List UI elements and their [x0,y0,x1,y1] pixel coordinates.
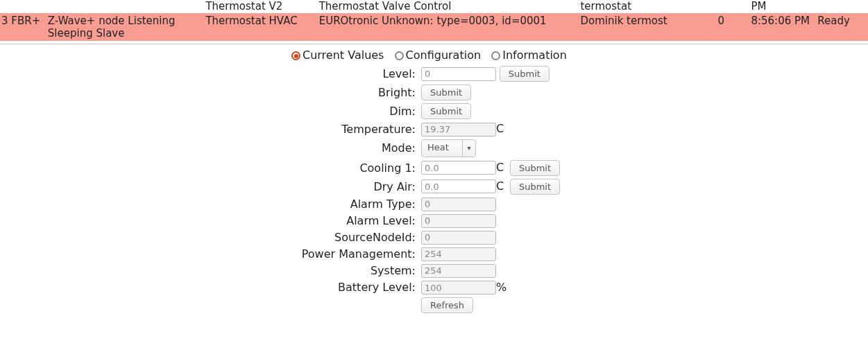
temperature-value [421,123,496,137]
system-label: System: [0,263,418,279]
source-node-label: SourceNodeId: [0,229,418,246]
bright-label: Bright: [0,83,418,102]
alarm-level-label: Alarm Level: [0,213,418,229]
alarm-type-value [421,197,496,211]
cell-name: termostat [579,0,716,13]
refresh-button[interactable]: Refresh [421,297,473,313]
level-input[interactable] [421,67,496,81]
power-mgmt-value [421,247,496,261]
alarm-level-value [421,214,496,228]
power-mgmt-label: Power Management: [0,246,418,263]
cell-type: Z-Wave+ node Listening Sleeping Slave [46,13,205,41]
cell-name: Dominik termost [579,13,716,41]
radio-icon [491,51,500,60]
cell-time: PM [749,0,816,13]
bright-submit-button[interactable]: Submit [421,85,471,100]
cell-category: Thermostat HVAC [204,13,317,41]
source-node-value [421,231,496,245]
cell-product: EUROtronic Unknown: type=0003, id=0001 [318,13,579,41]
dryair-submit-button[interactable]: Submit [510,179,560,195]
cooling1-input[interactable] [421,161,496,175]
alarm-type-label: Alarm Type: [0,196,418,213]
divider [0,44,868,44]
cooling1-unit: C [496,161,504,174]
tab-current-values[interactable]: Current Values [291,49,388,62]
table-row[interactable]: Thermostat V2 Thermostat Valve Control t… [0,0,868,13]
chevron-down-icon: ▾ [463,140,475,157]
tab-information[interactable]: Information [491,49,567,62]
cooling1-submit-button[interactable]: Submit [510,160,560,176]
mode-label: Mode: [0,138,418,159]
temperature-unit: C [496,122,504,135]
battery-value [421,281,496,294]
battery-label: Battery Level: [0,279,418,297]
current-values-form: Level: Submit Bright: Submit Dim: Submit… [0,64,563,315]
level-label: Level: [0,64,418,83]
radio-icon [291,51,300,60]
cell-id: 3 FBR+ [0,13,46,41]
temperature-label: Temperature: [0,121,418,138]
mode-select-value: Heat [422,140,463,157]
dryair-input[interactable] [421,179,496,193]
dim-submit-button[interactable]: Submit [421,103,471,119]
cell-product: Thermostat Valve Control [318,0,579,13]
cell-category: Thermostat V2 [204,0,317,13]
radio-icon [395,51,404,60]
cell-num: 0 [716,13,749,41]
tab-label: Configuration [406,49,482,62]
dryair-unit: C [496,179,504,193]
table-row-selected[interactable]: 3 FBR+ Z-Wave+ node Listening Sleeping S… [0,13,868,41]
tab-group: Current Values Configuration Information [0,49,868,62]
dim-label: Dim: [0,102,418,121]
cooling1-label: Cooling 1: [0,159,418,177]
battery-unit: % [496,281,507,294]
tab-label: Current Values [303,49,384,62]
mode-select[interactable]: Heat ▾ [421,139,476,157]
tab-label: Information [502,49,567,62]
level-submit-button[interactable]: Submit [500,66,550,82]
system-value [421,264,496,278]
cell-time: 8:56:06 PM [749,13,816,41]
nodes-table: Thermostat V2 Thermostat Valve Control t… [0,0,868,41]
tab-configuration[interactable]: Configuration [395,49,485,62]
cell-state: Ready [816,13,868,41]
dryair-label: Dry Air: [0,177,418,196]
